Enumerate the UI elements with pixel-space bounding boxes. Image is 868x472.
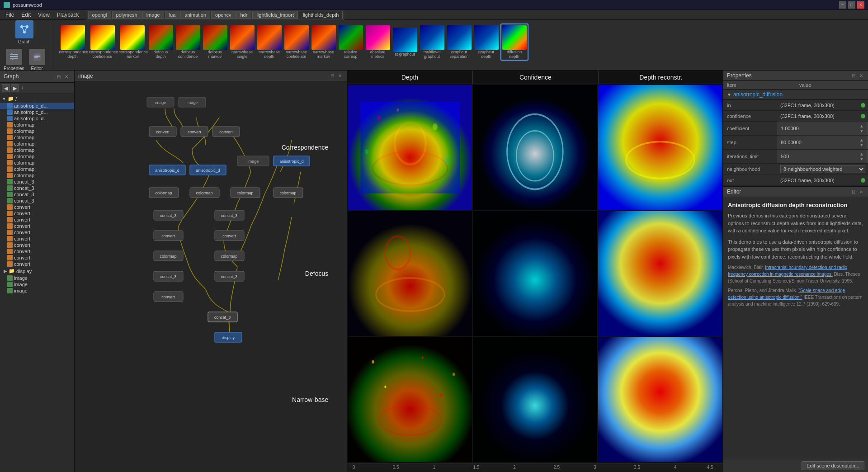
neighbourhood-select[interactable]: 8-neighbourhood weighted 4-neighbourhood… [780, 165, 865, 173]
tree-item-convert-10[interactable]: convert [0, 261, 74, 267]
panel-close-btn[interactable]: ✕ [63, 73, 70, 80]
tree-item-colormap-8[interactable]: colormap [0, 166, 74, 172]
prop-value-step[interactable]: 80.00000 ▲ ▼ [778, 136, 868, 149]
node-graph-canvas[interactable]: image image image convert [75, 81, 347, 472]
tree-item-colormap-5[interactable]: colormap [0, 147, 74, 153]
menu-playback[interactable]: Playback [53, 11, 83, 19]
svg-rect-17 [75, 81, 347, 472]
tree-item-concat-2[interactable]: concat_3 [0, 185, 74, 191]
tree-item-colormap-9[interactable]: colormap [0, 172, 74, 179]
tree-item-concat-3[interactable]: concat_3 [0, 191, 74, 198]
tab-image[interactable]: image [142, 11, 164, 19]
node-graph-svg: image image image convert [75, 81, 347, 472]
editor-detach-btn[interactable]: ⊟ [850, 189, 857, 195]
properties-button[interactable]: Properties [2, 48, 26, 71]
editor-para-1: Previous demos in this category demonstr… [728, 212, 863, 235]
close-button[interactable]: × [857, 1, 864, 9]
svg-point-93 [372, 360, 374, 363]
thumb-narrowbase-confidence[interactable]: narrowbaseconfidence [283, 24, 310, 60]
tab-lua[interactable]: lua [165, 11, 180, 19]
edit-scene-btn[interactable]: Edit scene description... [802, 461, 864, 470]
thumb-relative[interactable]: relativecorresp [338, 24, 364, 60]
tab-hdr[interactable]: hdr [236, 11, 252, 19]
tab-lightfields-import[interactable]: lightfields_import [252, 11, 298, 19]
step-up-btn[interactable]: ▲ [859, 137, 865, 142]
tree-item-convert-1[interactable]: convert [0, 204, 74, 210]
thumb-narrowbase-markov[interactable]: narrowbasemarkov [311, 24, 337, 60]
tree-item-anisotropic-3[interactable]: anisotropic_d... [0, 115, 74, 122]
tree-item-image-3[interactable]: image [0, 288, 74, 294]
editor-close-btn[interactable]: ✕ [858, 189, 864, 195]
prop-value-coefficient[interactable]: 1.00000 ▲ ▼ [778, 122, 868, 135]
menu-file[interactable]: File [2, 11, 18, 19]
coeff-up-btn[interactable]: ▲ [859, 123, 865, 128]
thumb-correspondence-depth[interactable]: correspondencedepth [58, 24, 87, 60]
properties-detach-btn[interactable]: ⊟ [850, 72, 857, 79]
tree-item-convert-9[interactable]: convert [0, 255, 74, 261]
tree-item-image-2[interactable]: image [0, 281, 74, 288]
tree-folder-display[interactable]: ▶ 📁 display [0, 267, 74, 275]
maximize-button[interactable]: □ [848, 1, 855, 9]
tree-item-convert-8[interactable]: convert [0, 248, 74, 255]
tree-item-colormap-7[interactable]: colormap [0, 160, 74, 166]
menu-view[interactable]: View [34, 11, 53, 19]
tree-item-convert-3[interactable]: convert [0, 217, 74, 223]
thumb-diffusion-depth[interactable]: diffusiondepth [500, 24, 528, 61]
tree-item-convert-4[interactable]: convert [0, 223, 74, 229]
node-graph-close-btn[interactable]: ✕ [337, 73, 343, 79]
step-down-btn[interactable]: ▼ [859, 142, 865, 147]
thumb-graphcut-depth[interactable]: graphcutdepth [473, 24, 500, 60]
properties-close-btn[interactable]: ✕ [858, 72, 864, 79]
thumb-graphcut-separation[interactable]: graphcutseparation [446, 24, 472, 60]
iter-down-btn[interactable]: ▼ [859, 156, 865, 161]
thumb-multilevel-graphcut[interactable]: multilevelgraphcut [419, 24, 445, 60]
menu-edit[interactable]: Edit [18, 11, 34, 19]
iter-up-btn[interactable]: ▲ [859, 151, 865, 156]
tree-item-anisotropic-1[interactable]: anisotropic_d... [0, 103, 74, 109]
prop-value-neighbourhood[interactable]: 8-neighbourhood weighted 4-neighbourhood… [778, 164, 868, 175]
tree-item-anisotropic-2[interactable]: anisotropic_d... [0, 109, 74, 115]
tree-item-concat-4[interactable]: concat_3 [0, 198, 74, 204]
tree-item-convert-5[interactable]: convert [0, 229, 74, 236]
nav-back-btn[interactable]: ◀ [2, 84, 10, 92]
tree-item-convert-2[interactable]: convert [0, 210, 74, 217]
tree-item-image-1[interactable]: image [0, 275, 74, 281]
section-collapse[interactable]: ▼ [727, 92, 731, 97]
tree-item-colormap-6[interactable]: colormap [0, 153, 74, 160]
graph-button[interactable]: Graph [2, 20, 47, 46]
thumb-narrowbase-single[interactable]: narrowbasesingle [229, 24, 255, 60]
thumb-defocus-markov[interactable]: defocusmarkov [202, 24, 228, 60]
tree-item-colormap-2[interactable]: colormap [0, 128, 74, 134]
prop-col-value: value [796, 81, 868, 89]
tree-item-colormap-3[interactable]: colormap [0, 134, 74, 141]
tree-folder-root[interactable]: ▼ 📁 / [0, 95, 74, 103]
tab-polymesh[interactable]: polymesh [112, 11, 142, 19]
nav-forward-btn[interactable]: ▶ [11, 84, 19, 92]
tree-item-convert-6[interactable]: convert [0, 236, 74, 242]
minimize-button[interactable]: − [839, 1, 846, 9]
thumb-defocus-confidence[interactable]: defocusconfidence [175, 24, 201, 60]
prop-value-iterations[interactable]: 500 ▲ ▼ [778, 150, 868, 163]
editor-button[interactable]: Editor [27, 48, 47, 71]
thumb-defocus-depth[interactable]: defocusdepth [148, 24, 174, 60]
tab-opencv[interactable]: opencv [211, 11, 235, 19]
tree-item-colormap-4[interactable]: colormap [0, 141, 74, 147]
tree-item-convert-7[interactable]: convert [0, 242, 74, 248]
window-controls[interactable]: − □ × [839, 1, 864, 9]
tab-opengl[interactable]: opengl [88, 11, 111, 19]
coeff-down-btn[interactable]: ▼ [859, 128, 865, 133]
thumb-st-graphcut[interactable]: st graphcut [392, 27, 418, 58]
editor-para-2: This demo tries to use a data-driven ani… [728, 238, 863, 261]
panel-controls[interactable]: ⊟ ✕ [55, 72, 71, 80]
node-graph-detach-btn[interactable]: ⊟ [329, 73, 335, 79]
tree-item-concat-1[interactable]: concat_3 [0, 179, 74, 185]
tab-animation[interactable]: animation [180, 11, 210, 19]
thumb-correspondence-confidence[interactable]: correspondenceconfidence [88, 24, 117, 60]
panel-detach-btn[interactable]: ⊟ [56, 73, 62, 80]
main-content: Graph ⊟ ✕ ◀ ▶ / ▼ 📁 / anisotropic_d... [0, 71, 868, 472]
tab-lightfields-depth[interactable]: lightfields_depth [299, 11, 343, 19]
thumb-narrowbase-depth[interactable]: narrowbasedepth [256, 24, 283, 60]
tree-item-colormap-1[interactable]: colormap [0, 122, 74, 128]
thumb-absolute[interactable]: absolutemetrics [365, 24, 391, 60]
thumb-correspondence-markov[interactable]: correspondencemarkov [118, 24, 147, 60]
